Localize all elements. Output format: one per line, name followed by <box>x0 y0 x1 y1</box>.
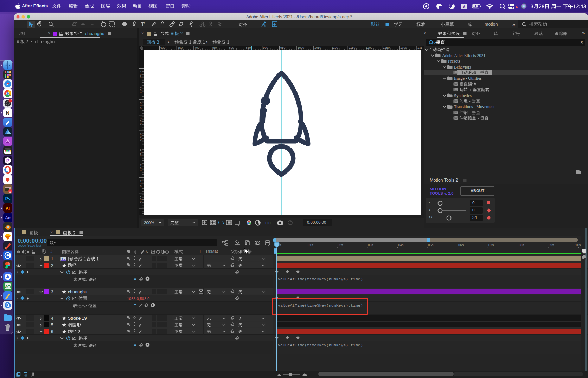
svg-text:A: A <box>5 285 8 289</box>
svg-text:1300: 1300 <box>400 46 407 50</box>
svg-text:06s: 06s <box>458 243 464 247</box>
svg-text:0: 0 <box>140 154 142 157</box>
svg-text:5: 5 <box>9 190 11 193</box>
svg-text:Ps: Ps <box>5 196 11 201</box>
svg-text:fx: fx <box>146 250 148 254</box>
svg-text:850: 850 <box>246 46 251 50</box>
svg-text:1100: 1100 <box>332 46 338 50</box>
svg-text:T: T <box>141 21 145 27</box>
svg-text:05s: 05s <box>428 243 434 247</box>
svg-text:0: 0 <box>140 169 142 172</box>
svg-text:0: 0 <box>140 76 142 79</box>
svg-text:900: 900 <box>263 46 268 50</box>
svg-text:P: P <box>6 158 9 163</box>
svg-text:A: A <box>463 5 466 9</box>
svg-text:700: 700 <box>194 46 199 50</box>
svg-text:04s: 04s <box>398 243 404 247</box>
svg-text:950: 950 <box>280 46 285 50</box>
svg-text:08s: 08s <box>519 243 524 247</box>
svg-text:1050: 1050 <box>314 46 321 50</box>
svg-text:1000: 1000 <box>298 46 304 50</box>
svg-text:0: 0 <box>140 107 142 110</box>
svg-text:03s: 03s <box>368 243 373 247</box>
svg-text:650: 650 <box>178 46 183 50</box>
svg-text:1200: 1200 <box>366 46 372 50</box>
svg-text:0: 0 <box>140 138 142 141</box>
svg-text:Ae: Ae <box>5 215 11 220</box>
svg-text:750: 750 <box>212 46 217 50</box>
svg-text:800: 800 <box>229 46 234 50</box>
svg-text:+0.0: +0.0 <box>263 221 271 225</box>
svg-text:1350: 1350 <box>417 46 422 50</box>
svg-text:07s: 07s <box>488 243 494 247</box>
svg-text:09s: 09s <box>549 243 554 247</box>
svg-text:01s: 01s <box>308 243 313 247</box>
svg-text:1150: 1150 <box>349 46 356 50</box>
svg-text:02s: 02s <box>338 243 343 247</box>
svg-text:0: 0 <box>140 122 142 125</box>
svg-text:0: 0 <box>140 91 142 94</box>
svg-text:1250: 1250 <box>383 46 390 50</box>
svg-text:0: 0 <box>140 200 142 203</box>
svg-text:Ai: Ai <box>6 206 10 211</box>
svg-text:N: N <box>6 110 10 116</box>
svg-text:600: 600 <box>160 46 165 50</box>
svg-text:0: 0 <box>140 185 142 188</box>
svg-text:10s: 10s <box>575 243 581 247</box>
